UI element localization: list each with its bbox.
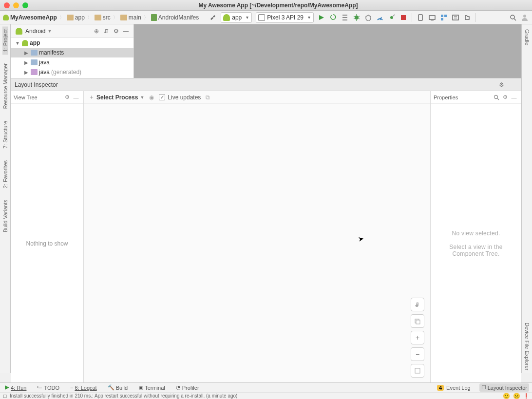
window-maximize[interactable] — [22, 2, 28, 8]
gutter-build-variants-tab[interactable]: Build Variants — [2, 197, 8, 235]
project-tree[interactable]: ▼ app ▶ manifests ▶ java ▶ java (generat… — [11, 38, 133, 77]
layout-inspector-title-bar: Layout Inspector ⚙ — — [11, 78, 521, 91]
gutter-gradle-tab[interactable]: Gradle — [524, 26, 530, 48]
gutter-favorites-tab[interactable]: 2: Favorites — [2, 157, 8, 191]
search-everywhere-icon[interactable] — [508, 12, 518, 23]
breadcrumb-app[interactable]: app — [66, 14, 86, 21]
tree-node-java-generated[interactable]: ▶ java (generated) — [11, 67, 133, 77]
run-config-select[interactable]: app — [221, 12, 252, 23]
bottom-tab-build[interactable]: 🔨 Build — [106, 383, 130, 392]
select-process-dropdown[interactable]: ＋ Select Process ▼ — [89, 93, 144, 101]
hide-panel-icon[interactable]: — — [507, 79, 517, 90]
error-indicator-icon[interactable]: ❗ — [523, 393, 529, 399]
tree-node-app[interactable]: ▼ app — [11, 38, 133, 48]
breadcrumb-src[interactable]: src — [94, 14, 112, 21]
hammer-build-icon[interactable] — [208, 12, 218, 23]
project-panel-header: Android ▼ ⊕ ⇵ ⚙ — — [11, 24, 133, 38]
profile-button[interactable] — [375, 12, 385, 23]
tree-node-java[interactable]: ▶ java — [11, 57, 133, 67]
search-icon[interactable] — [492, 93, 501, 102]
snapshot-export-icon[interactable]: ⧉ — [206, 94, 210, 101]
bottom-tab-todo[interactable]: ≔ TODO — [35, 383, 61, 392]
gear-icon[interactable]: ⚙ — [63, 93, 72, 102]
svg-rect-3 — [418, 15, 422, 20]
bottom-tab-layout-inspector[interactable]: ☐ Layout Inspector — [479, 383, 529, 392]
bottom-tab-event-log[interactable]: 4Event Log — [435, 384, 473, 392]
bottom-tool-bar: 4: Run ≔ TODO ≡ 6: Logcat 🔨 Build ▣ Term… — [0, 382, 532, 392]
chevron-down-icon[interactable]: ▼ — [47, 29, 52, 34]
account-icon[interactable] — [519, 12, 530, 23]
gutter-project-tab[interactable]: 1: Project — [2, 26, 8, 55]
layout-preview-area[interactable]: ＋ Select Process ▼ ◉ ✓ Live updates ⧉ ➤ … — [84, 91, 430, 383]
gutter-structure-tab[interactable]: 7: Structure — [2, 118, 8, 152]
attach-debugger-icon[interactable] — [386, 12, 397, 23]
device-icon — [258, 14, 265, 21]
hide-subpanel-icon[interactable]: — — [72, 93, 80, 102]
gutter-device-file-explorer-tab[interactable]: Device File Explorer — [524, 320, 530, 373]
breadcrumb-file[interactable]: AndroidManifes — [150, 14, 200, 21]
no-view-selected-text: No view selected. — [452, 230, 500, 237]
sync-gradle-icon[interactable] — [462, 12, 473, 23]
device-select[interactable]: Pixel 3 API 29 — [256, 12, 314, 23]
titlebar: My Awesome App [~/Development/repo/MyAwe… — [0, 0, 532, 11]
layout-inspector-toolbar-icon[interactable] — [450, 12, 461, 23]
chevron-right-icon: 〉 — [143, 14, 149, 21]
sdk-manager-icon[interactable] — [427, 12, 437, 23]
folder-icon — [67, 15, 74, 20]
svg-point-9 — [511, 15, 514, 19]
svg-rect-7 — [441, 18, 443, 20]
svg-point-14 — [494, 95, 498, 98]
locate-file-icon[interactable]: ⊕ — [92, 26, 101, 36]
feedback-sad-icon[interactable]: ☹️ — [513, 393, 520, 399]
expand-toggle-icon[interactable]: ▶ — [23, 50, 29, 56]
coverage-icon[interactable] — [363, 12, 374, 23]
gear-icon[interactable]: ⚙ — [501, 93, 510, 102]
bottom-tab-profiler[interactable]: ◔ Profiler — [174, 383, 201, 392]
status-tool-window-icon[interactable]: ◻ — [3, 393, 7, 399]
gutter-resource-manager-tab[interactable]: Resource Manager — [2, 60, 8, 112]
bottom-tab-logcat[interactable]: ≡ 6: Logcat — [68, 384, 99, 392]
zoom-in-button[interactable]: + — [411, 331, 424, 344]
layer-spacing-button[interactable] — [411, 314, 424, 328]
properties-panel: Properties ⚙ — No view selected. Select … — [430, 91, 521, 383]
expand-toggle-icon[interactable]: ▼ — [15, 40, 20, 46]
toggle-overlay-icon[interactable]: ◉ — [149, 94, 154, 101]
gear-icon[interactable]: ⚙ — [111, 26, 121, 36]
tree-node-manifests[interactable]: ▶ manifests — [11, 48, 133, 57]
stop-button[interactable] — [398, 12, 409, 23]
expand-toggle-icon[interactable]: ▶ — [23, 60, 29, 65]
hide-panel-icon[interactable]: — — [121, 26, 131, 36]
folder-icon — [31, 69, 38, 75]
panel-title: Layout Inspector — [15, 81, 58, 88]
collapse-all-icon[interactable]: ⇵ — [101, 26, 111, 36]
hide-subpanel-icon[interactable]: — — [510, 93, 518, 102]
bottom-tab-run[interactable]: 4: Run — [3, 384, 28, 392]
apply-code-changes-icon[interactable] — [340, 12, 350, 23]
svg-point-0 — [355, 16, 359, 19]
breadcrumb-main[interactable]: main — [119, 14, 142, 21]
gear-icon[interactable]: ⚙ — [496, 79, 507, 90]
chevron-right-icon: 〉 — [59, 14, 65, 21]
project-view-mode[interactable]: Android — [25, 28, 45, 35]
resource-manager-icon[interactable] — [438, 12, 449, 23]
zoom-fit-button[interactable] — [411, 364, 424, 378]
left-tool-gutter: 1: Project Resource Manager 7: Structure… — [0, 24, 11, 373]
window-minimize[interactable] — [13, 2, 19, 8]
feedback-happy-icon[interactable]: 🙂 — [503, 393, 510, 399]
folder-icon — [31, 50, 38, 56]
main-toolbar: MyAwesomeApp 〉 app 〉 src 〉 main 〉 Androi… — [0, 11, 532, 24]
run-button[interactable] — [316, 12, 327, 23]
layout-inspector-panel: Layout Inspector ⚙ — View Tree ⚙ — Nothi… — [11, 78, 521, 383]
expand-toggle-icon[interactable]: ▶ — [23, 70, 29, 75]
debug-button[interactable] — [351, 12, 362, 23]
folder-icon — [31, 59, 38, 65]
svg-rect-13 — [415, 368, 420, 373]
breadcrumb-root[interactable]: MyAwesomeApp — [2, 14, 58, 21]
window-close[interactable] — [4, 2, 10, 8]
live-updates-checkbox[interactable]: ✓ Live updates — [159, 94, 201, 101]
apply-changes-restart-icon[interactable] — [328, 12, 339, 23]
bottom-tab-terminal[interactable]: ▣ Terminal — [136, 383, 167, 392]
pan-tool-button[interactable] — [411, 298, 424, 311]
zoom-out-button[interactable]: − — [411, 347, 424, 361]
avd-manager-icon[interactable] — [415, 12, 426, 23]
